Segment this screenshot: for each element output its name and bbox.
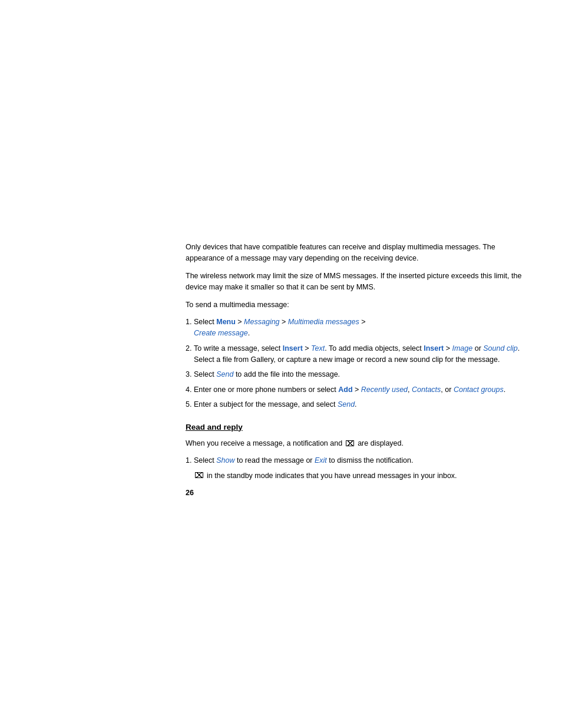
- step2-soundclip: Sound clip: [483, 344, 517, 353]
- step3-send: Send: [216, 370, 233, 378]
- standby-note: in the standby mode indicates that you h…: [194, 470, 527, 482]
- paragraph-3: To send a multimedia message:: [186, 299, 527, 311]
- step3-text: Select Send to add the file into the mes…: [194, 370, 340, 378]
- step5-text: Enter a subject for the message, and sel…: [194, 400, 357, 409]
- read-reply-step1-text: Select Show to read the message or Exit …: [194, 456, 413, 465]
- page-container: Only devices that have compatible featur…: [0, 0, 562, 728]
- standby-text: in the standby mode indicates that you h…: [207, 470, 457, 482]
- step2-insert1: Insert: [283, 344, 303, 353]
- steps-list: Select Menu > Messaging > Multimedia mes…: [194, 317, 527, 411]
- step4-add: Add: [338, 386, 352, 394]
- notification-intro: When you receive a message, a notificati…: [186, 438, 527, 449]
- step2-image: Image: [452, 344, 472, 353]
- step2-text: To write a message, select Insert > Text…: [194, 344, 520, 364]
- read-reply-show: Show: [216, 456, 234, 465]
- paragraph-1: Only devices that have compatible featur…: [186, 242, 527, 265]
- paragraph-2: The wireless network may limit the size …: [186, 271, 527, 294]
- page-number: 26: [186, 487, 527, 499]
- read-reply-exit: Exit: [315, 456, 327, 465]
- step-4: Enter one or more phone numbers or selec…: [194, 384, 527, 396]
- step-1: Select Menu > Messaging > Multimedia mes…: [194, 317, 527, 340]
- step4-text: Enter one or more phone numbers or selec…: [194, 386, 505, 394]
- step2-insert2: Insert: [424, 344, 444, 353]
- step2-text-link: Text: [311, 344, 325, 353]
- step4-contacts: Contacts: [412, 386, 441, 394]
- notification-text-after: are displayed.: [358, 438, 404, 449]
- step1-menu: Menu: [216, 318, 236, 326]
- read-reply-heading: Read and reply: [186, 421, 527, 433]
- step-5: Enter a subject for the message, and sel…: [194, 399, 527, 410]
- standby-envelope-icon: [195, 472, 203, 478]
- notification-text-before: When you receive a message, a notificati…: [186, 438, 342, 449]
- step-3: Select Send to add the file into the mes…: [194, 369, 527, 380]
- step1-text: Select Menu > Messaging > Multimedia mes…: [194, 318, 365, 337]
- step-2: To write a message, select Insert > Text…: [194, 343, 527, 366]
- envelope-icon-inline: [346, 440, 354, 446]
- step1-multimedia: Multimedia messages: [288, 318, 359, 326]
- step5-send: Send: [338, 400, 355, 409]
- step4-contact-groups: Contact groups: [454, 386, 504, 394]
- content-area: Only devices that have compatible featur…: [186, 0, 527, 499]
- read-reply-step-1: Select Show to read the message or Exit …: [194, 455, 527, 482]
- step4-recently-used: Recently used: [361, 386, 408, 394]
- step1-messaging: Messaging: [244, 318, 279, 326]
- step1-create-message: Create message: [194, 329, 248, 337]
- read-reply-steps: Select Show to read the message or Exit …: [194, 455, 527, 482]
